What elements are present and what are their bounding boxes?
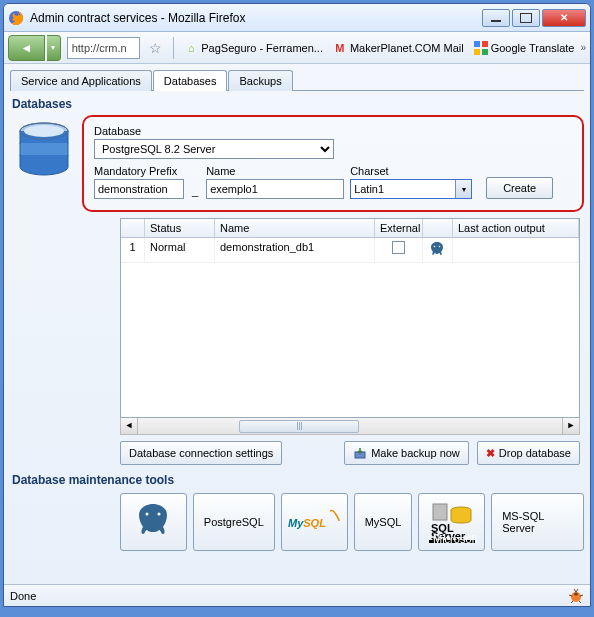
mssql-label[interactable]: MS-SQL Server [491, 493, 584, 551]
svg-point-21 [574, 592, 578, 595]
drop-database-button[interactable]: ✖ Drop database [477, 441, 580, 465]
col-last-output[interactable]: Last action output [453, 219, 579, 237]
app-window: Admin contract services - Mozilla Firefo… [3, 3, 591, 607]
section-title: Databases [12, 97, 584, 111]
maint-tools: PostgreSQL MySQL MySQL SQL Server Micros… [120, 493, 584, 551]
maximize-button[interactable] [512, 9, 540, 27]
content-area: Service and Applications Databases Backu… [4, 64, 590, 584]
horizontal-scrollbar[interactable]: ◄ ► [120, 418, 580, 435]
name-input[interactable] [206, 179, 344, 199]
row-name: demonstration_db1 [215, 238, 375, 262]
charset-input[interactable] [350, 179, 472, 199]
navbar: ▾ http://crm.n ☆ ⌂ PagSeguro - Ferramen.… [4, 32, 590, 64]
statusbar: Done [4, 584, 590, 606]
tab-service[interactable]: Service and Applications [10, 70, 152, 91]
bookmark-mail[interactable]: M MakerPlanet.COM Mail [329, 39, 468, 57]
database-label: Database [94, 125, 572, 137]
tab-databases[interactable]: Databases [153, 70, 228, 91]
external-checkbox[interactable] [392, 241, 405, 254]
db-grid: Status Name External Last action output … [120, 218, 580, 418]
bookmark-label: PagSeguro - Ferramen... [201, 42, 323, 54]
firebug-icon[interactable] [568, 588, 584, 604]
firefox-icon [8, 10, 24, 26]
svg-rect-4 [482, 49, 488, 55]
name-label: Name [206, 165, 344, 177]
url-field[interactable]: http://crm.n [67, 37, 140, 59]
status-text: Done [10, 590, 36, 602]
row-output [453, 238, 579, 262]
button-label: Database connection settings [129, 447, 273, 459]
bookmark-translate[interactable]: Google Translate [470, 39, 579, 57]
tab-backups[interactable]: Backups [228, 70, 292, 91]
form-area: Database PostgreSQL 8.2 Server Mandatory… [10, 115, 584, 212]
star-icon[interactable]: ☆ [144, 40, 167, 56]
grid-header: Status Name External Last action output [121, 219, 579, 238]
tabs: Service and Applications Databases Backu… [10, 70, 584, 91]
svg-rect-2 [482, 41, 488, 47]
connection-settings-button[interactable]: Database connection settings [120, 441, 282, 465]
charset-label: Charset [350, 165, 472, 177]
row-status: Normal [145, 238, 215, 262]
overflow-chevron[interactable]: » [580, 42, 586, 53]
scroll-right-icon[interactable]: ► [562, 418, 579, 434]
backup-now-button[interactable]: Make backup now [344, 441, 469, 465]
svg-point-11 [146, 513, 149, 516]
svg-text:MySQL: MySQL [288, 517, 326, 529]
table-row[interactable]: 1 Normal demonstration_db1 [121, 238, 579, 263]
mssql-tool-button[interactable]: SQL Server Microsoft [418, 493, 485, 551]
separator [173, 37, 174, 59]
underscore-sep: _ [192, 185, 198, 199]
bookmark-label: MakerPlanet.COM Mail [350, 42, 464, 54]
postgresql-tool-button[interactable] [120, 493, 187, 551]
col-icon[interactable] [423, 219, 453, 237]
charset-dropdown-icon[interactable]: ▾ [455, 180, 471, 198]
database-select[interactable]: PostgreSQL 8.2 Server [94, 139, 334, 159]
svg-point-8 [434, 246, 436, 248]
col-index[interactable] [121, 219, 145, 237]
scroll-thumb[interactable] [239, 420, 359, 433]
col-name[interactable]: Name [215, 219, 375, 237]
gmail-icon: M [333, 41, 347, 55]
svg-rect-3 [474, 49, 480, 55]
svg-point-9 [439, 246, 441, 248]
database-icon [14, 121, 74, 185]
minimize-button[interactable] [482, 9, 510, 27]
button-label: Make backup now [371, 447, 460, 459]
prefix-label: Mandatory Prefix [94, 165, 184, 177]
close-button[interactable] [542, 9, 586, 27]
spacer [290, 441, 336, 465]
svg-text:Microsoft: Microsoft [433, 533, 477, 545]
svg-rect-1 [474, 41, 480, 47]
button-label: Drop database [499, 447, 571, 459]
back-dropdown[interactable]: ▾ [47, 35, 61, 61]
svg-rect-14 [433, 504, 447, 520]
window-controls [482, 9, 586, 27]
postgresql-icon [428, 241, 446, 259]
postgresql-logo-icon [131, 500, 175, 544]
db-grid-wrap: Status Name External Last action output … [120, 218, 580, 435]
row-index: 1 [121, 238, 145, 262]
backup-icon [353, 446, 367, 460]
action-row: Database connection settings Make backup… [120, 441, 580, 465]
mysql-tool-button[interactable]: MySQL [281, 493, 348, 551]
svg-point-12 [158, 513, 161, 516]
google-icon [474, 41, 488, 55]
row-external[interactable] [375, 238, 423, 262]
delete-icon: ✖ [486, 447, 495, 460]
col-external[interactable]: External [375, 219, 423, 237]
row-dbtype-icon [423, 238, 453, 262]
create-button[interactable]: Create [486, 177, 553, 199]
postgresql-label[interactable]: PostgreSQL [193, 493, 275, 551]
pagseguro-icon: ⌂ [184, 41, 198, 55]
mssql-logo-icon: SQL Server Microsoft [427, 500, 477, 544]
mysql-label[interactable]: MySQL [354, 493, 413, 551]
scroll-left-icon[interactable]: ◄ [121, 418, 138, 434]
mysql-logo-icon: MySQL [286, 507, 342, 537]
create-db-form: Database PostgreSQL 8.2 Server Mandatory… [82, 115, 584, 212]
col-status[interactable]: Status [145, 219, 215, 237]
bookmark-pagseguro[interactable]: ⌂ PagSeguro - Ferramen... [180, 39, 327, 57]
prefix-input[interactable] [94, 179, 184, 199]
back-button[interactable] [8, 35, 45, 61]
titlebar: Admin contract services - Mozilla Firefo… [4, 4, 590, 32]
bookmark-label: Google Translate [491, 42, 575, 54]
